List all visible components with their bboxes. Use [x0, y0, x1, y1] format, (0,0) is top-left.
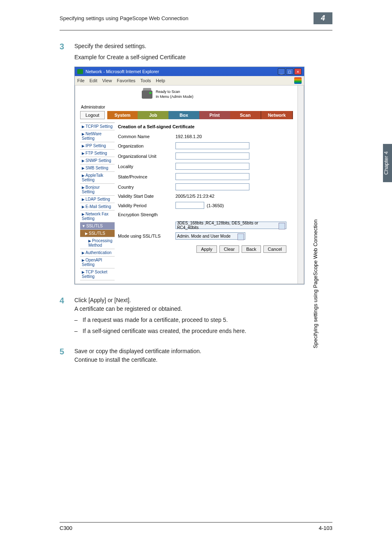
footer-right: 4-103: [319, 525, 332, 531]
tab-scan[interactable]: Scan: [230, 111, 261, 119]
form-heading: Creation of a Self-signed Certificate: [118, 123, 286, 132]
chevron-right-icon: ▶: [82, 132, 85, 136]
sidebar-item-networkfax[interactable]: ▶Network Fax Setting: [80, 210, 115, 222]
sidebar-item-openapi[interactable]: ▶OpenAPI Setting: [80, 257, 115, 268]
ie-logo-icon: [294, 77, 302, 84]
maximize-button[interactable]: □: [286, 68, 293, 75]
input-country[interactable]: [175, 183, 249, 190]
window-title: Network - Microsoft Internet Explorer: [85, 69, 278, 74]
ie-app-icon: [77, 69, 83, 74]
sidebar-item-processing[interactable]: ▶Processing Method: [80, 237, 115, 249]
status-text-1: Ready to Scan: [156, 90, 194, 95]
tab-system[interactable]: System: [107, 111, 138, 119]
label-mode-ssltls: Mode using SSL/TLS: [118, 234, 175, 238]
sidebar-item-ssltls[interactable]: ▶SSL/TLS: [80, 230, 115, 237]
side-section-label: Specifying settings using PageScope Web …: [312, 219, 318, 348]
sidebar-item-smb[interactable]: ▶SMB Setting: [80, 164, 115, 172]
chapter-badge: 4: [314, 12, 332, 24]
tab-print[interactable]: Print: [199, 111, 230, 119]
label-country: Country: [118, 185, 175, 190]
tab-box[interactable]: Box: [168, 111, 199, 119]
chevron-right-icon: ▶: [85, 231, 88, 236]
sidebar-item-netware[interactable]: ▶NetWare Setting: [80, 130, 115, 142]
sidebar: ▶TCP/IP Setting ▶NetWare Setting ▶IPP Se…: [80, 123, 115, 280]
chevron-right-icon: ▶: [82, 144, 85, 148]
dash-icon: –: [74, 316, 83, 324]
close-button[interactable]: ×: [294, 68, 302, 75]
chevron-right-icon: ▶: [82, 212, 85, 216]
side-chapter-tab: Chapter 4: [383, 144, 392, 182]
sidebar-item-ftp[interactable]: ▶FTP Setting: [80, 150, 115, 157]
menu-help[interactable]: Help: [156, 78, 165, 83]
chevron-down-icon: [240, 235, 243, 237]
dash-icon: –: [74, 327, 83, 335]
admin-label: Administrator: [80, 105, 293, 109]
input-org-unit[interactable]: [175, 153, 249, 160]
tab-job[interactable]: Job: [138, 111, 168, 119]
chevron-right-icon: ▶: [82, 258, 85, 262]
step-4-bullet-1: If a request was made for a certificate,…: [83, 316, 228, 324]
input-state[interactable]: [175, 173, 249, 180]
footer-left: C300: [60, 525, 72, 531]
sidebar-item-auth[interactable]: ▶Authentication: [80, 249, 115, 257]
menu-view[interactable]: View: [102, 78, 112, 83]
sidebar-item-tcpip[interactable]: ▶TCP/IP Setting: [80, 123, 115, 130]
label-validity-start: Validity Start Date: [118, 194, 175, 199]
input-validity-period[interactable]: [175, 202, 204, 209]
menu-edit[interactable]: Edit: [90, 78, 97, 83]
select-mode-ssltls[interactable]: Admin. Mode and User Mode: [175, 232, 245, 240]
chevron-right-icon: ▶: [82, 125, 85, 129]
chevron-right-icon: ▶: [82, 270, 85, 274]
label-organization: Organization: [118, 143, 175, 148]
sidebar-item-snmp[interactable]: ▶SNMP Setting: [80, 157, 115, 164]
validity-period-range: (1-3650): [207, 203, 224, 208]
window-titlebar: Network - Microsoft Internet Explorer _ …: [75, 67, 304, 76]
label-validity-period: Validity Period: [118, 203, 175, 208]
chevron-right-icon: ▶: [82, 197, 85, 201]
label-encryption: Encryption Strength: [118, 212, 175, 217]
logout-button[interactable]: Logout: [80, 111, 105, 119]
label-locality: Locality: [118, 164, 175, 169]
label-state: State/Province: [118, 174, 175, 179]
chevron-right-icon: ▶: [82, 166, 85, 170]
status-text-2: In Menu (Admin Mode): [156, 95, 194, 99]
input-locality[interactable]: [175, 163, 249, 170]
sidebar-item-ssltls-group[interactable]: ▼SSL/TLS: [80, 222, 115, 230]
tab-network[interactable]: Network: [261, 111, 293, 119]
step-3-line-1: Specify the desired settings.: [74, 42, 332, 51]
label-common-name: Common Name: [118, 134, 175, 139]
clear-button[interactable]: Clear: [219, 245, 239, 253]
chevron-right-icon: ▶: [82, 185, 85, 190]
step-4-bullet-2: If a self-signed certificate was created…: [83, 327, 246, 335]
sidebar-item-ipp[interactable]: ▶IPP Setting: [80, 142, 115, 150]
menu-tools[interactable]: Tools: [141, 78, 151, 83]
step-5-number: 5: [60, 347, 74, 364]
minimize-button[interactable]: _: [278, 68, 285, 75]
step-3-number: 3: [60, 42, 74, 62]
sidebar-item-email[interactable]: ▶E-Mail Setting: [80, 203, 115, 210]
sidebar-item-tcpsocket[interactable]: ▶TCP Socket Setting: [80, 268, 115, 280]
chevron-right-icon: ▶: [82, 159, 85, 163]
chevron-right-icon: ▶: [88, 239, 91, 243]
step-3-line-2: Example for Create a self-signed Certifi…: [74, 53, 332, 62]
step-4-number: 4: [60, 296, 74, 335]
apply-button[interactable]: Apply: [196, 245, 217, 253]
sidebar-item-ldap[interactable]: ▶LDAP Setting: [80, 196, 115, 203]
page-header-title: Specifying settings using PageScope Web …: [60, 15, 314, 21]
chevron-down-icon: ▼: [82, 224, 85, 228]
label-org-unit: Organizational Unit: [118, 154, 175, 159]
menu-file[interactable]: File: [77, 78, 85, 83]
chevron-right-icon: ▶: [82, 251, 85, 255]
chevron-right-icon: ▶: [82, 205, 85, 209]
input-organization[interactable]: [175, 142, 249, 149]
sidebar-item-bonjour[interactable]: ▶Bonjour Setting: [80, 184, 115, 196]
value-common-name: 192.168.1.20: [175, 134, 286, 139]
header-rule: [60, 30, 332, 30]
chevron-right-icon: ▶: [82, 151, 85, 155]
sidebar-item-appletalk[interactable]: ▶AppleTalk Setting: [80, 172, 115, 184]
menubar: File Edit View Favorites Tools Help: [75, 76, 304, 86]
printer-status-icon: [142, 90, 152, 99]
chevron-right-icon: ▶: [82, 173, 85, 178]
menu-favorites[interactable]: Favorites: [117, 78, 135, 83]
